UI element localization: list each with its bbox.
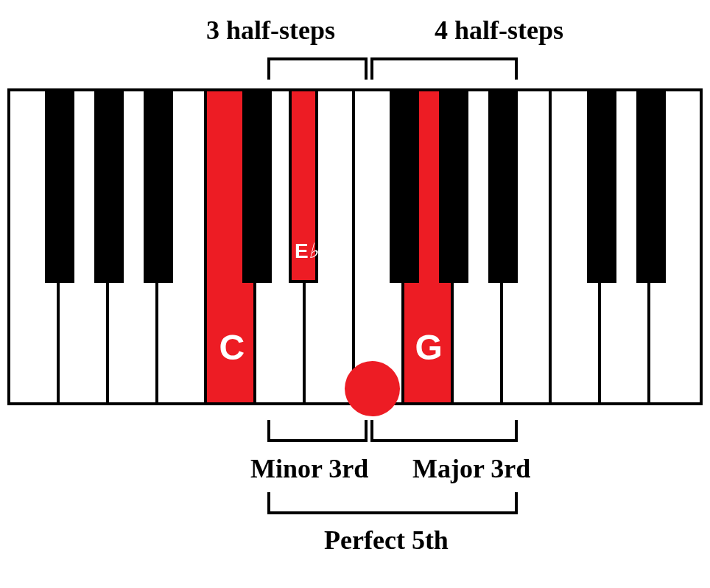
black-key-As4	[488, 91, 518, 283]
black-key-Gs4	[439, 91, 468, 283]
black-key-Fs4	[390, 91, 419, 283]
accent-circle	[345, 361, 400, 416]
interval-label-major3rd: Major 3rd	[412, 453, 530, 484]
top-bracket-minor3rd	[267, 57, 368, 80]
black-key-Gs3	[94, 91, 124, 283]
interval-label-minor3rd: Minor 3rd	[250, 453, 368, 484]
halfsteps-label-left: 3 half-steps	[206, 15, 335, 46]
piano-keyboard: C EbE♭ G	[7, 88, 703, 405]
halfsteps-label-right: 4 half-steps	[435, 15, 563, 46]
black-key-As3	[144, 91, 173, 283]
bottom-bracket-major3rd	[370, 420, 518, 442]
black-key-Fs3	[45, 91, 74, 283]
top-bracket-major3rd	[370, 57, 518, 80]
key-label-g: G	[404, 327, 454, 368]
black-key-Cs5	[587, 91, 616, 283]
black-key-Ds5	[636, 91, 666, 283]
black-key-Cs4	[242, 91, 272, 283]
bracket-perfect5th	[267, 492, 518, 514]
key-label-eb: EbE♭	[289, 239, 324, 263]
bottom-bracket-minor3rd	[267, 420, 368, 442]
interval-label-perfect5th: Perfect 5th	[324, 525, 449, 556]
key-label-c: C	[207, 327, 256, 368]
